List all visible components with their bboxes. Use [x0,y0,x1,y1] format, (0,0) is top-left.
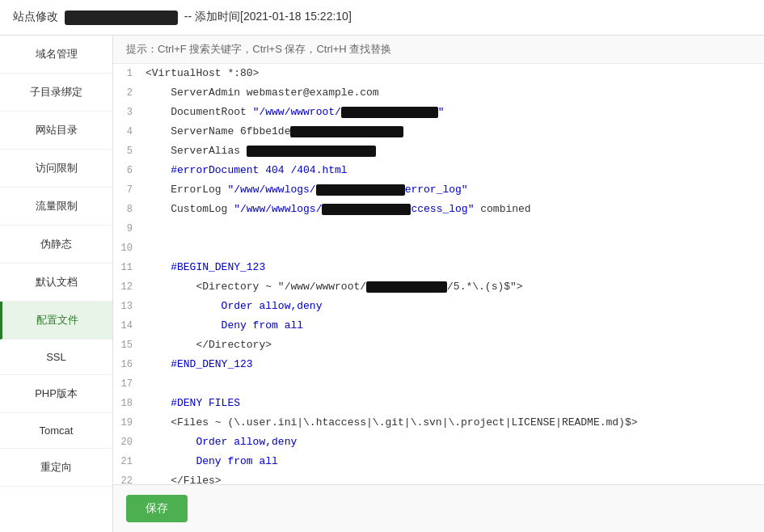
line-num-20: 20 [113,433,142,451]
code-line-5: 5 ServerAlias [113,141,764,161]
hint-text: 提示：Ctrl+F 搜索关键字，Ctrl+S 保存，Ctrl+H 查找替换 [126,43,391,55]
code-line-13: 13 Order allow,deny [113,297,764,316]
line-content-9 [142,220,764,238]
header-title: 站点修改 -- 添加时间[2021-01-18 15:22:10] [13,10,352,24]
line-num-22: 22 [113,472,142,484]
line-num-5: 5 [113,142,142,160]
line-content-7: ErrorLog "/www/wwwlogs/ error_log" [142,181,764,199]
code-line-21: 21 Deny from all [113,452,764,471]
sidebar-item-access[interactable]: 访问限制 [0,150,112,188]
code-line-2: 2 ServerAdmin webmaster@example.com [113,83,764,103]
line-content-4: ServerName 6fbbe1de [142,123,764,141]
code-line-18: 18 #DENY FILES [113,394,764,413]
sidebar-item-sitedir[interactable]: 网站目录 [0,112,112,150]
code-line-15: 15 </Directory> [113,336,764,355]
code-line-4: 4 ServerName 6fbbe1de [113,122,764,141]
line-num-3: 3 [113,103,142,121]
main-layout: 域名管理 子目录绑定 网站目录 访问限制 流量限制 伪静态 默认文档 配置文件 … [0,36,764,532]
sidebar-item-pseudo[interactable]: 伪静态 [0,226,112,264]
save-button[interactable]: 保存 [126,495,188,522]
sidebar-item-tomcat[interactable]: Tomcat [0,413,112,449]
line-content-11: #BEGIN_DENY_123 [142,259,764,277]
header-redacted-domain [65,11,178,25]
code-line-8: 8 CustomLog "/www/wwwlogs/ ccess_log" co… [113,200,764,219]
footer: 保存 [113,484,764,532]
line-num-7: 7 [113,181,142,199]
code-line-6: 6 #errorDocument 404 /404.html [113,161,764,180]
line-content-6: #errorDocument 404 /404.html [142,162,764,179]
code-line-9: 9 [113,219,764,239]
line-content-8: CustomLog "/www/wwwlogs/ ccess_log" comb… [142,201,764,218]
header-prefix: 站点修改 [13,10,58,23]
line-num-11: 11 [113,259,142,277]
line-content-10 [142,239,764,257]
page-header: 站点修改 -- 添加时间[2021-01-18 15:22:10] [0,0,764,36]
line-content-22: </Files> [142,472,764,484]
sidebar-item-php[interactable]: PHP版本 [0,375,112,413]
code-line-19: 19 <Files ~ (\.user.ini|\.htaccess|\.git… [113,413,764,433]
code-line-20: 20 Order allow,deny [113,433,764,452]
sidebar: 域名管理 子目录绑定 网站目录 访问限制 流量限制 伪静态 默认文档 配置文件 … [0,36,113,532]
line-num-2: 2 [113,84,142,102]
line-content-21: Deny from all [142,453,764,471]
code-line-12: 12 <Directory ~ "/www/wwwroot/ /5.*\.(s)… [113,277,764,297]
sidebar-item-config[interactable]: 配置文件 [0,302,112,340]
line-content-16: #END_DENY_123 [142,356,764,374]
line-num-12: 12 [113,278,142,296]
line-num-13: 13 [113,298,142,315]
sidebar-item-traffic[interactable]: 流量限制 [0,188,112,226]
hint-bar: 提示：Ctrl+F 搜索关键字，Ctrl+S 保存，Ctrl+H 查找替换 [113,36,764,64]
line-content-1: <VirtualHost *:80> [142,65,764,82]
code-line-16: 16 #END_DENY_123 [113,355,764,374]
line-content-14: Deny from all [142,317,764,335]
line-content-2: ServerAdmin webmaster@example.com [142,84,764,102]
line-num-4: 4 [113,123,142,141]
code-line-3: 3 DocumentRoot "/www/wwwroot/ " [113,103,764,122]
line-num-9: 9 [113,220,142,238]
sidebar-item-default[interactable]: 默认文档 [0,264,112,302]
code-line-14: 14 Deny from all [113,316,764,336]
code-line-7: 7 ErrorLog "/www/wwwlogs/ error_log" [113,180,764,200]
line-num-6: 6 [113,162,142,179]
line-num-10: 10 [113,239,142,257]
code-line-11: 11 #BEGIN_DENY_123 [113,258,764,277]
line-num-16: 16 [113,356,142,374]
sidebar-item-ssl[interactable]: SSL [0,340,112,375]
line-num-21: 21 [113,453,142,471]
content-panel: 提示：Ctrl+F 搜索关键字，Ctrl+S 保存，Ctrl+H 查找替换 1 … [113,36,764,532]
sidebar-item-domain[interactable]: 域名管理 [0,36,112,74]
line-content-3: DocumentRoot "/www/wwwroot/ " [142,103,764,121]
header-suffix: -- 添加时间[2021-01-18 15:22:10] [184,10,352,23]
line-num-1: 1 [113,65,142,82]
line-num-17: 17 [113,375,142,393]
line-num-14: 14 [113,317,142,335]
code-line-22: 22 </Files> [113,471,764,484]
line-content-20: Order allow,deny [142,433,764,451]
line-content-19: <Files ~ (\.user.ini|\.htaccess|\.git|\.… [142,414,764,432]
sidebar-item-redirect[interactable]: 重定向 [0,449,112,487]
line-content-18: #DENY FILES [142,395,764,412]
sidebar-item-subdir[interactable]: 子目录绑定 [0,74,112,112]
line-content-17 [142,375,764,393]
code-line-1: 1 <VirtualHost *:80> [113,64,764,83]
line-num-19: 19 [113,414,142,432]
line-num-8: 8 [113,201,142,218]
line-content-12: <Directory ~ "/www/wwwroot/ /5.*\.(s)$"> [142,278,764,296]
line-content-13: Order allow,deny [142,298,764,315]
code-line-10: 10 [113,239,764,258]
line-num-18: 18 [113,395,142,412]
code-line-17: 17 [113,374,764,394]
line-content-5: ServerAlias [142,142,764,160]
line-content-15: </Directory> [142,336,764,354]
code-editor[interactable]: 1 <VirtualHost *:80> 2 ServerAdmin webma… [113,64,764,484]
line-num-15: 15 [113,336,142,354]
